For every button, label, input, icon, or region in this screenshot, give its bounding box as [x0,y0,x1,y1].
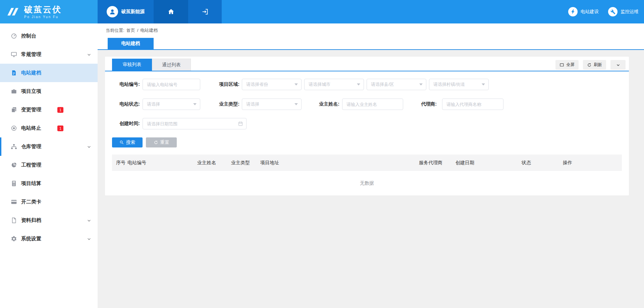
refresh-icon [587,63,592,67]
owner-name-label: 业主姓名: [318,101,339,107]
header-nav: 电站建设 监控运维 [568,0,644,23]
file-icon [10,217,17,224]
sidebar-item-project-settlement[interactable]: 项目结算 [0,174,98,193]
breadcrumb: 当前位置: 首页 / 电站建档 [98,23,644,37]
station-no-input[interactable] [143,79,200,90]
briefcase-icon [10,88,17,95]
col-owner-name: 业主姓名 [197,160,231,166]
sidebar-item-warehouse-mgmt[interactable]: 仓库管理 [0,137,98,156]
agent-input[interactable] [442,99,503,110]
col-index: 序号 [116,160,127,166]
owner-type-label: 业主类型: [218,101,239,107]
station-no-label: 电站编号: [112,81,140,87]
caret-down-icon [419,83,423,85]
create-time-label: 创建时间: [112,121,140,127]
county-select[interactable]: 请选择县/区 [367,79,426,90]
page-tab-strip: 电站建档 [98,37,644,50]
nav-monitor-ops[interactable]: 监控运维 [608,7,639,16]
panel-toolbar: 全屏 刷新 [555,60,626,70]
sidebar-item-station-termination[interactable]: 电站终止 1 [0,119,98,137]
sidebar-item-engineering-mgmt[interactable]: 工程管理 [0,156,98,174]
chevron-down-icon [87,237,91,241]
sidebar-item-change-mgmt[interactable]: 变更管理 1 [0,101,98,119]
tab-passed-list[interactable]: 通过列表 [152,59,191,71]
col-owner-type: 业主类型 [231,160,260,166]
top-header: 破茧云伏 Po Jian Yun Fu 破茧新能源 电站建设 监控运维 [0,0,644,23]
city-select[interactable]: 请选择城市 [304,79,364,90]
brand-subtitle: Po Jian Yun Fu [24,15,62,19]
sidebar-item-console[interactable]: 控制台 [0,27,98,45]
change-mgmt-badge: 1 [57,107,63,113]
sidebar-item-type2-card[interactable]: 开二类卡 [0,193,98,211]
col-project-address: 项目地址 [260,160,419,166]
reset-button[interactable]: 重置 [146,137,177,147]
fullscreen-icon [559,63,564,67]
province-select[interactable]: 请选择省份 [242,79,302,90]
date-range-field [143,118,247,129]
nav-station-build-label: 电站建设 [581,9,599,15]
table-header: 序号 电站编号 业主姓名 业主类型 项目地址 服务代理商 创建日期 状态 操作 [112,155,622,171]
station-termination-badge: 1 [57,125,63,131]
home-button[interactable] [154,0,188,23]
station-status-label: 电站状态: [112,101,140,107]
refresh-button[interactable]: 刷新 [583,60,606,70]
dashboard-icon [10,33,17,40]
filter-row-1: 电站编号: 项目区域: 请选择省份 请选择城市 请选择县/区 请选择村镇/街道 [105,79,629,90]
caret-down-icon [357,83,360,85]
logout-button[interactable] [188,0,222,23]
monitor-icon [10,51,17,58]
owner-type-select[interactable]: 请选择 [242,99,302,110]
col-status: 状态 [522,160,563,166]
agent-label: 代理商: [419,101,437,107]
tab-review-list[interactable]: 审核列表 [112,59,152,71]
company-name: 破茧新能源 [121,9,145,15]
owner-name-input[interactable] [342,99,403,110]
chevron-down-icon [87,144,91,149]
sitemap-icon [10,143,17,150]
chevron-down-icon [616,63,621,67]
brand-logo-icon [7,6,20,17]
panel-tabs: 审核列表 通过列表 [112,59,191,71]
station-filing-panel: 审核列表 通过列表 全屏 刷新 [105,57,629,195]
gear-icon [10,236,17,242]
nav-station-build[interactable]: 电站建设 [568,7,599,16]
sidebar-item-general-mgmt[interactable]: 常规管理 [0,45,98,64]
filter-actions: 搜索 重置 [112,137,177,147]
breadcrumb-prefix: 当前位置: [106,27,124,34]
brand-logo: 破茧云伏 Po Jian Yun Fu [0,0,98,23]
date-range-input[interactable] [143,118,247,129]
station-status-select[interactable]: 请选择 [143,99,200,110]
region-label: 项目区域: [218,81,239,87]
lightning-icon [568,7,578,16]
town-select[interactable]: 请选择村镇/街道 [429,79,489,90]
brand-title: 破茧云伏 [24,5,62,14]
user-account-button[interactable]: 破茧新能源 [98,0,154,23]
sidebar-item-project-initiation[interactable]: 项目立项 [0,82,98,101]
nav-monitor-ops-label: 监控运维 [621,9,639,15]
collapse-button[interactable] [610,60,626,70]
col-create-date: 创建日期 [455,160,522,166]
calculator-icon [10,180,17,187]
sidebar-item-data-archive[interactable]: 资料归档 [0,211,98,230]
search-button[interactable]: 搜索 [112,137,143,147]
page-tab-station-filing[interactable]: 电站建档 [108,38,154,49]
results-table: 序号 电站编号 业主姓名 业主类型 项目地址 服务代理商 创建日期 状态 操作 … [112,155,622,195]
col-service-agent: 服务代理商 [419,160,455,166]
sidebar: 控制台 常规管理 电站建档 项目立项 变更管理 1 电站终止 1 [0,23,98,308]
caret-down-icon [482,83,485,85]
caret-down-icon [294,103,298,105]
chevron-down-icon [87,218,91,223]
tab-underline [105,71,629,71]
main-content: 当前位置: 首页 / 电站建档 电站建档 审核列表 通过列表 全屏 刷新 [98,23,644,308]
sidebar-item-station-filing[interactable]: 电站建档 [0,64,98,82]
fullscreen-button[interactable]: 全屏 [555,60,579,70]
breadcrumb-current: 电站建档 [140,27,158,34]
document-icon [10,70,17,76]
empty-state: 无数据 [112,171,622,195]
sidebar-item-system-settings[interactable]: 系统设置 [0,230,98,248]
record-circle-icon [10,125,17,132]
col-station-no: 电站编号 [127,160,197,166]
breadcrumb-separator: / [137,28,139,33]
breadcrumb-home-link[interactable]: 首页 [126,27,135,34]
caret-down-icon [294,83,298,85]
